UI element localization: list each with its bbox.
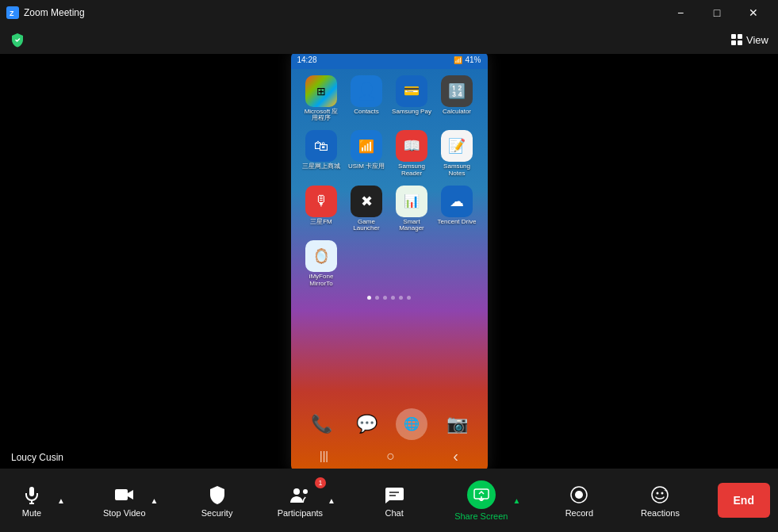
view-button[interactable]: View (730, 33, 768, 46)
app-galaxy-store[interactable]: 🛍 三星网上商城 (301, 130, 341, 178)
app-row-2: 🛍 三星网上商城 📶 USIM 卡应用 📖 Samsung Reader 📝 S… (291, 124, 488, 179)
share-screen-caret[interactable]: ▲ (511, 495, 522, 507)
svg-text:Z: Z (10, 10, 14, 17)
share-screen-group: Share Screen ▲ (451, 474, 522, 527)
chat-label: Chat (385, 508, 403, 518)
stop-video-button[interactable]: Stop Video (100, 477, 149, 524)
participants-label: Participants (278, 508, 323, 518)
view-label: View (746, 34, 768, 46)
record-button[interactable]: Record (555, 469, 603, 532)
app-row-4: 🪞 iMyFone MirrorTo (291, 234, 488, 289)
phone-nav-recent[interactable]: ||| (320, 450, 328, 462)
reactions-button[interactable]: + Reactions (636, 469, 684, 532)
dock-camera[interactable]: 📷 (437, 408, 477, 440)
phone-nav-bar: ||| ○ ‹ (291, 447, 488, 465)
share-screen-label: Share Screen (454, 511, 508, 521)
app-imyfone[interactable]: 🪞 iMyFone MirrorTo (301, 240, 341, 288)
reactions-icon: + (649, 484, 671, 506)
svg-text:+: + (664, 487, 668, 494)
app-samsung-fm[interactable]: 🎙 三星FM (301, 186, 341, 233)
title-bar-left: Z Zoom Meeting (6, 6, 85, 19)
dot-3 (383, 296, 387, 300)
app-calculator[interactable]: 🔢 Calculator (437, 75, 477, 123)
dot-1 (367, 296, 371, 300)
phone-signal-icon: 📶 (454, 56, 462, 64)
participants-badge: 1 (315, 477, 326, 488)
share-screen-icon (467, 480, 496, 509)
svg-rect-9 (115, 489, 128, 500)
phone-time: 14:28 (297, 55, 317, 64)
svg-point-19 (657, 492, 659, 494)
app-microsoft[interactable]: ⊞ Microsoft 应用程序 (301, 75, 341, 123)
dock-phone[interactable]: 📞 (301, 408, 341, 440)
app-contacts[interactable]: 👤 Contacts (347, 75, 386, 123)
stop-video-caret[interactable]: ▲ (149, 495, 160, 507)
dot-5 (399, 296, 403, 300)
mute-label: Mute (22, 508, 41, 518)
close-button[interactable]: ✕ (735, 0, 772, 25)
dot-6 (407, 296, 411, 300)
video-icon (113, 484, 136, 506)
dock-messages[interactable]: 💬 (347, 408, 386, 440)
svg-rect-4 (731, 40, 736, 45)
phone-screen: 14:28 📶 41% ⊞ Microsoft 应用程序 👤 Contacts … (291, 52, 488, 472)
svg-point-11 (303, 489, 308, 494)
stop-video-group: Stop Video ▲ (100, 477, 160, 524)
record-label: Record (565, 508, 593, 518)
dot-4 (391, 296, 395, 300)
app-samsung-pay[interactable]: 💳 Samsung Pay (392, 75, 431, 123)
minimize-button[interactable]: − (662, 0, 699, 25)
dot-2 (375, 296, 379, 300)
bottom-toolbar: Mute ▲ Stop Video ▲ Security (0, 469, 778, 532)
phone-nav-back[interactable]: ‹ (453, 447, 458, 465)
participant-name: Loucy Cusin (6, 450, 68, 465)
app-row-3: 🎙 三星FM ✖ Game Launcher 📊 Smart Manager ☁… (291, 179, 488, 235)
zoom-logo-icon: Z (6, 6, 19, 19)
page-dots (291, 296, 488, 300)
svg-rect-5 (738, 40, 742, 45)
security-button[interactable]: Security (194, 469, 241, 532)
window-controls: − □ ✕ (662, 0, 772, 25)
participants-caret[interactable]: ▲ (326, 495, 337, 507)
shield-icon (10, 32, 25, 48)
app-game-launcher[interactable]: ✖ Game Launcher (347, 186, 386, 233)
title-bar: Z Zoom Meeting − □ ✕ (0, 0, 778, 25)
phone-nav-home[interactable]: ○ (386, 448, 395, 465)
chat-icon (383, 484, 405, 506)
phone-background: ⊞ Microsoft 应用程序 👤 Contacts 💳 Samsung Pa… (291, 69, 488, 472)
share-screen-button[interactable]: Share Screen (451, 474, 511, 527)
window-title: Zoom Meeting (24, 7, 85, 18)
app-row-1: ⊞ Microsoft 应用程序 👤 Contacts 💳 Samsung Pa… (291, 69, 488, 124)
security-label: Security (201, 508, 233, 518)
participants-icon: 1 (289, 484, 311, 506)
svg-rect-2 (731, 34, 736, 39)
top-bar: View (0, 25, 778, 54)
app-smart-manager[interactable]: 📊 Smart Manager (392, 186, 431, 233)
svg-point-17 (575, 491, 583, 499)
reactions-label: Reactions (641, 508, 680, 518)
security-icon (206, 484, 228, 506)
svg-rect-6 (29, 487, 34, 496)
phone-dock: 📞 💬 🌐 📷 (291, 408, 488, 440)
chat-button[interactable]: Chat (370, 469, 418, 532)
phone-battery: 41% (465, 55, 481, 64)
maximize-button[interactable]: □ (699, 0, 735, 25)
app-tencent-drive[interactable]: ☁ Tencent Drive (437, 186, 477, 233)
participants-button[interactable]: 1 Participants (274, 477, 326, 524)
dock-browser[interactable]: 🌐 (392, 408, 431, 440)
stop-video-label: Stop Video (103, 508, 146, 518)
grid-icon (730, 33, 743, 46)
participants-group: 1 Participants ▲ (274, 477, 337, 524)
main-content: 14:28 📶 41% ⊞ Microsoft 应用程序 👤 Contacts … (0, 54, 778, 469)
app-samsung-notes[interactable]: 📝 Samsung Notes (437, 130, 477, 178)
phone-status-icons: 📶 41% (454, 55, 481, 64)
mute-caret[interactable]: ▲ (56, 495, 67, 507)
end-button[interactable]: End (718, 483, 770, 518)
app-samsung-reader[interactable]: 📖 Samsung Reader (392, 130, 431, 178)
svg-rect-3 (738, 34, 742, 39)
record-icon (568, 484, 590, 506)
mute-group: Mute ▲ (8, 477, 67, 524)
mute-button[interactable]: Mute (8, 477, 56, 524)
app-usim[interactable]: 📶 USIM 卡应用 (347, 130, 386, 178)
mute-mic-icon (21, 484, 43, 506)
